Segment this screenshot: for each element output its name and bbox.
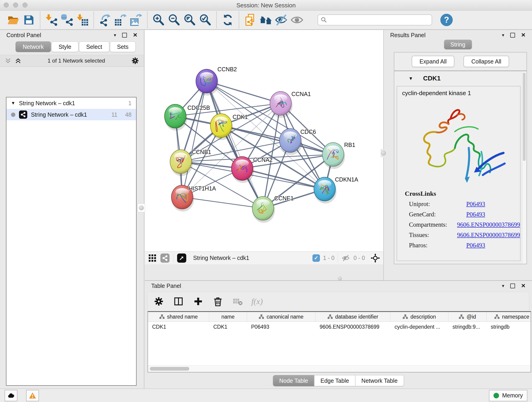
results-close-panel-icon[interactable]: ✕ [521, 32, 526, 38]
fit-content-crosshair-icon[interactable] [370, 253, 380, 263]
results-float-panel-icon[interactable] [510, 33, 515, 38]
search-input[interactable] [317, 14, 432, 26]
network-edge-CDK1-RB1[interactable] [221, 126, 333, 154]
toolbar-separator [94, 12, 94, 28]
warnings-button[interactable] [26, 390, 39, 401]
shared-column-icon [159, 314, 165, 319]
tab-network-table[interactable]: Network Table [355, 375, 404, 386]
function-builder-button[interactable]: f(x) [251, 297, 263, 306]
selected-indicator-checkbox[interactable]: ✓ [312, 254, 320, 262]
network-node-CCNB2[interactable]: CCNB2 [196, 66, 237, 96]
network-collection-row[interactable]: ▼ String Network – cdk1 1 [6, 97, 136, 109]
show-columns-button[interactable] [172, 295, 184, 307]
first-neighbors-button[interactable] [258, 12, 273, 28]
table-row[interactable]: CDK1CDK1P064939606.ENSP00000378699cyclin… [148, 322, 531, 332]
column-header-canonical-name[interactable]: canonical name [247, 312, 316, 322]
tab-sets[interactable]: Sets [110, 41, 136, 52]
hide-selected-button[interactable] [273, 12, 289, 28]
network-node-CDK1[interactable]: CDK1 [210, 114, 248, 140]
crosslink-link[interactable]: P06493 [466, 211, 485, 218]
crosslink-row: Pharos:P06493 [405, 242, 520, 249]
help-button[interactable]: ? [440, 14, 453, 26]
right-splitter-handle[interactable] [380, 149, 386, 157]
network-graph[interactable]: CCNB2CCNA1CDC25BCDK1CDC6RB1CCNB1CCNA2CDK… [145, 30, 383, 251]
column-header-description[interactable]: description [390, 312, 448, 322]
network-options-gear-icon[interactable] [131, 57, 139, 65]
collapse-all-icon[interactable] [5, 57, 12, 64]
add-column-button[interactable] [192, 295, 204, 307]
toolbar-separator [40, 12, 40, 28]
toolbar-separator [147, 12, 147, 28]
save-session-button[interactable] [21, 12, 37, 28]
export-table-button[interactable] [113, 12, 128, 28]
node-table: shared namenamecanonical namedatabase id… [147, 311, 531, 372]
network-node-CCNA2[interactable]: CCNA2 [231, 157, 273, 183]
delete-table-button[interactable] [232, 295, 244, 307]
results-scrollbar-thumb[interactable] [523, 73, 526, 161]
column-header--id[interactable]: @id [448, 312, 487, 322]
float-panel-icon[interactable] [122, 33, 127, 38]
memory-button[interactable]: Memory [489, 390, 527, 401]
tab-string[interactable]: String [444, 40, 472, 49]
table-scrollbar-thumb[interactable] [150, 367, 189, 370]
network-edge-HIST1H1A-CCNE1[interactable] [182, 197, 263, 208]
tab-select[interactable]: Select [79, 41, 109, 52]
table-float-panel-icon[interactable] [510, 283, 515, 288]
vertical-splitter-handle[interactable] [138, 204, 145, 212]
tab-style[interactable]: Style [51, 41, 79, 52]
crosslink-link[interactable]: P06493 [466, 242, 485, 249]
network-node-HIST1H1A[interactable]: HIST1H1A [171, 185, 216, 211]
grid-view-icon[interactable] [148, 254, 157, 262]
clone-network-button[interactable] [242, 12, 258, 28]
network-view-icon[interactable] [160, 254, 170, 263]
import-network-database-button[interactable] [59, 12, 75, 28]
apply-layout-button[interactable] [220, 12, 235, 28]
expand-all-button[interactable]: Expand All [412, 56, 454, 67]
column-header-namespace[interactable]: namespace [487, 312, 531, 322]
cloud-status-button[interactable] [5, 390, 17, 401]
expand-all-icon[interactable] [15, 57, 22, 64]
network-node-RB1[interactable]: RB1 [322, 142, 355, 169]
export-network-button[interactable] [97, 12, 113, 28]
collapse-all-button[interactable]: Collapse All [463, 56, 509, 67]
import-network-file-button[interactable] [44, 12, 59, 28]
show-all-button[interactable] [289, 12, 305, 28]
panel-menu-icon[interactable]: ▾ [114, 33, 116, 37]
network-node-CCNE1[interactable]: CCNE1 [252, 195, 294, 223]
crosslink-link[interactable]: 9606.ENSP00000378699 [457, 231, 520, 239]
column-header-shared-name[interactable]: shared name [148, 312, 209, 322]
collection-expander-icon[interactable]: ▼ [11, 101, 15, 106]
network-edge-CCNB2-HIST1H1A[interactable] [182, 81, 207, 197]
network-canvas[interactable]: CCNB2CCNA1CDC25BCDK1CDC6RB1CCNB1CCNA2CDK… [145, 30, 383, 264]
zoom-in-button[interactable] [151, 12, 166, 28]
protein-expander-icon[interactable]: ▼ [409, 76, 413, 81]
export-image-button[interactable] [128, 12, 144, 28]
tab-node-table[interactable]: Node Table [273, 375, 314, 386]
table-settings-gear-button[interactable] [153, 295, 165, 307]
column-header-name[interactable]: name [209, 312, 247, 322]
tab-network[interactable]: Network [16, 41, 51, 52]
table-close-panel-icon[interactable]: ✕ [521, 283, 526, 288]
column-header-database-identifier[interactable]: database identifier [316, 312, 390, 322]
import-table-file-button[interactable] [75, 12, 90, 28]
results-panel-menu-icon[interactable]: ▾ [502, 33, 504, 37]
table-panel-menu-icon[interactable]: ▾ [502, 283, 504, 288]
detach-view-icon[interactable] [177, 254, 186, 263]
zoom-out-button[interactable] [166, 12, 182, 28]
network-node-CDC25B[interactable]: CDC25B [165, 104, 210, 131]
horizontal-splitter-handle[interactable] [336, 277, 344, 280]
open-session-button[interactable] [6, 12, 21, 28]
delete-column-button[interactable] [212, 295, 224, 307]
network-node-CDKN1A[interactable]: CDKN1A [314, 176, 358, 204]
tab-edge-table[interactable]: Edge Table [314, 375, 355, 386]
zoom-fit-button[interactable] [182, 12, 197, 28]
network-row[interactable]: String Network – cdk1 11 48 [6, 109, 136, 120]
crosslink-link[interactable]: 9606.ENSP00000378699 [457, 221, 520, 228]
zoom-selected-button[interactable] [197, 12, 213, 28]
table-horizontal-scrollbar[interactable] [148, 365, 531, 372]
network-node-CCNA1[interactable]: CCNA1 [270, 91, 311, 118]
close-panel-icon[interactable]: ✕ [133, 32, 138, 38]
crosslink-link[interactable]: P06493 [466, 201, 485, 208]
results-scrollbar[interactable] [522, 72, 526, 263]
crosslink-label: Compartments: [405, 221, 457, 228]
